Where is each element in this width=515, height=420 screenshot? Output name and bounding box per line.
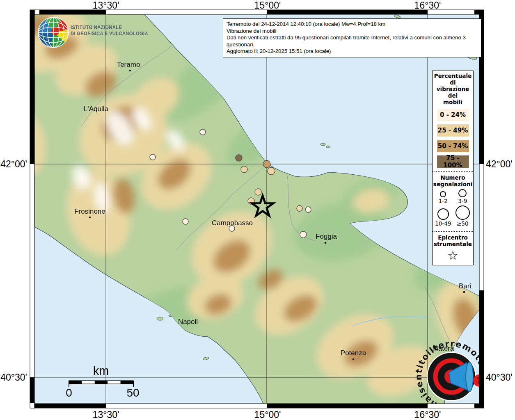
legend: Percentuale di vibrazione dei mobili 0 -… <box>432 71 474 265</box>
scalebar-unit: km <box>93 364 109 378</box>
axis-label-bottom-3: 16°30' <box>414 409 441 420</box>
city-marker <box>89 217 91 218</box>
legend-divider-2 <box>433 231 473 232</box>
count-symbol: 10-49 <box>433 205 453 227</box>
report-point <box>297 205 302 211</box>
count-circle-icon <box>458 189 467 197</box>
ingv-name-line2: DI GEOFISICA E VULCANOLOGIA <box>71 31 148 37</box>
city-label: Teramo <box>117 61 140 68</box>
legend-swatch: 75 - 100% <box>437 155 469 168</box>
count-label: 3-9 <box>458 198 467 204</box>
report-point <box>305 207 311 212</box>
axis-label-bottom-1: 13°30' <box>93 409 119 420</box>
ingv-felt-report-map: TeramoL'AquilaFrosinoneCampobassoFoggiaN… <box>0 0 515 420</box>
epicenter-star-icon: ☆ <box>433 247 473 263</box>
scalebar-start: 0 <box>66 386 72 399</box>
count-symbol: ≥50 <box>453 205 473 227</box>
city-label: Foggia <box>316 233 337 240</box>
legend-swatch: 0 - 24% <box>437 109 469 121</box>
map-subject: Vibrazione dei mobili <box>227 28 478 35</box>
updated-timestamp: Aggiornato il: 20-12-2025 15:51 (ora loc… <box>227 48 478 55</box>
legend-count-symbols: 1-23-910-49≥50 <box>433 187 473 228</box>
city-label: L'Aquila <box>84 105 109 113</box>
legend-swatch: 25 - 49% <box>437 124 469 137</box>
legend-divider <box>433 171 473 172</box>
axis-label-right-1: 42°00' <box>486 159 515 170</box>
ingv-wordmark: ISTITUTO NAZIONALE DI GEOFISICA E VULCAN… <box>71 25 148 37</box>
city-label: Potenza <box>341 349 366 357</box>
legend-class-swatches: 0 - 24%25 - 49%50 - 74%75 - 100% <box>433 109 473 168</box>
data-disclaimer: Dati non verificati estratti da 95 quest… <box>227 34 478 48</box>
count-circle-icon <box>437 208 449 220</box>
ingv-globe-logo <box>38 17 69 48</box>
axis-label-top-3: 16°30' <box>414 0 441 11</box>
legend-swatch: 50 - 74% <box>437 140 469 152</box>
count-label: 1-2 <box>439 198 448 204</box>
axis-label-bottom-2: 15°00' <box>254 409 281 420</box>
legend-epicenter-title: Epicentro strumentale <box>433 233 473 247</box>
count-label: ≥50 <box>457 220 469 227</box>
legend-counts-title: Numero segnalazioni <box>433 173 473 187</box>
ingv-name-line1: ISTITUTO NAZIONALE <box>71 25 148 31</box>
report-point <box>241 166 247 173</box>
report-point <box>300 231 307 238</box>
city-marker <box>129 70 131 71</box>
axis-label-top-1: 13°30' <box>93 0 119 11</box>
city-label: Napoli <box>178 318 198 326</box>
city-label: Bari <box>459 282 471 290</box>
report-point <box>255 189 261 195</box>
axis-label-top-2: 15°00' <box>254 0 281 11</box>
count-circle-icon <box>440 191 446 197</box>
map-content: TeramoL'AquilaFrosinoneCampobassoFoggiaN… <box>0 0 490 414</box>
city-marker <box>352 358 354 360</box>
event-info-box: Terremoto del 24-12-2014 12:40:10 (ora l… <box>223 18 481 57</box>
count-symbol: 3-9 <box>453 189 473 204</box>
scalebar-end: 50 <box>126 386 139 399</box>
axis-label-right-2: 40°30' <box>486 372 515 383</box>
report-point <box>183 219 188 224</box>
event-summary: Terremoto del 24-12-2014 12:40:10 (ora l… <box>227 21 478 28</box>
city-marker <box>325 242 326 244</box>
report-point <box>268 167 275 175</box>
report-point <box>200 129 206 135</box>
city-label: Frosinone <box>74 208 105 215</box>
city-marker <box>463 291 465 293</box>
report-point <box>236 155 242 161</box>
count-label: 10-49 <box>435 220 451 227</box>
city-label: Campobasso <box>212 219 253 227</box>
count-symbol: 1-2 <box>433 189 453 204</box>
report-point <box>263 160 270 168</box>
axis-label-left-2: 40°30' <box>0 372 27 383</box>
count-circle-icon <box>455 205 470 220</box>
axis-label-left-1: 42°00' <box>0 159 27 170</box>
report-point <box>150 154 156 160</box>
legend-title: Percentuale di vibrazione dei mobili <box>433 71 473 105</box>
